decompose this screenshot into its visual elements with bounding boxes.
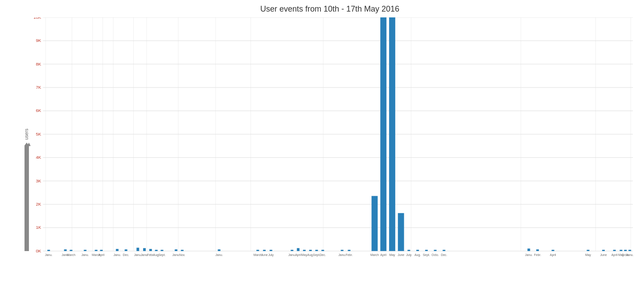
svg-text:Sept.: Sept. — [423, 253, 430, 257]
svg-text:Janu.: Janu. — [338, 253, 346, 256]
svg-text:1K: 1K — [36, 225, 41, 230]
bar — [628, 250, 631, 251]
bar — [552, 250, 554, 251]
bar-march-2016 — [372, 196, 378, 251]
bar — [116, 249, 119, 251]
bar — [416, 250, 419, 251]
svg-text:Dec.: Dec. — [441, 253, 447, 256]
svg-text:Janu.: Janu. — [45, 253, 53, 256]
svg-text:9K: 9K — [36, 38, 41, 43]
svg-text:Dec.: Dec. — [320, 253, 326, 256]
svg-text:Aug.: Aug. — [414, 253, 421, 257]
bar — [297, 248, 299, 251]
svg-text:Dec.: Dec. — [123, 253, 129, 256]
bar-june-2016 — [398, 213, 404, 251]
chart-container: User events from 10th - 17th May 2016 us… — [0, 0, 644, 293]
y-axis-arrow — [25, 143, 30, 251]
bar — [443, 250, 445, 251]
bar — [407, 250, 410, 251]
svg-text:May: May — [389, 253, 395, 257]
bar — [425, 250, 428, 251]
bar — [64, 249, 67, 251]
svg-text:7K: 7K — [36, 85, 41, 90]
bar — [536, 249, 539, 251]
svg-text:April: April — [295, 253, 301, 257]
svg-text:April: April — [380, 253, 386, 257]
bar — [348, 250, 350, 251]
svg-text:Janu.: Janu. — [82, 253, 89, 256]
bar — [291, 250, 293, 251]
bar — [321, 250, 324, 251]
svg-text:Febr.: Febr. — [346, 253, 353, 256]
svg-text:April: April — [98, 253, 105, 257]
bar — [303, 250, 306, 251]
svg-text:Janu.: Janu. — [525, 253, 533, 256]
bar — [161, 250, 164, 251]
svg-text:March: March — [370, 253, 379, 256]
svg-text:Nov.: Nov. — [179, 253, 185, 256]
bar — [84, 250, 86, 251]
bar — [95, 250, 98, 251]
svg-text:10K: 10K — [33, 17, 41, 20]
bar — [315, 250, 318, 251]
svg-text:5K: 5K — [36, 132, 41, 136]
bar — [100, 250, 103, 251]
svg-text:April: April — [550, 253, 556, 257]
bar — [143, 248, 146, 251]
chart-area: users 0K 1K 2K 3K 4K 5K 6K — [25, 17, 635, 264]
svg-text:Octo.: Octo. — [431, 253, 439, 256]
svg-text:July: July — [406, 253, 412, 257]
bar — [270, 250, 272, 251]
bar — [149, 249, 152, 251]
bar — [218, 249, 221, 251]
svg-text:Sept.: Sept. — [158, 253, 165, 257]
svg-text:0K: 0K — [36, 248, 41, 253]
bar — [309, 250, 312, 251]
chart-title: User events from 10th - 17th May 2016 — [25, 4, 635, 14]
svg-text:4K: 4K — [36, 155, 41, 160]
bar — [263, 250, 266, 251]
bar — [155, 250, 158, 251]
svg-text:May: May — [301, 253, 308, 257]
svg-text:Janu.: Janu. — [114, 253, 121, 256]
bar — [434, 250, 437, 251]
svg-text:3K: 3K — [36, 178, 41, 183]
bar — [620, 250, 623, 251]
bar — [587, 250, 590, 251]
y-axis-label: users — [25, 128, 29, 140]
bar — [175, 249, 177, 251]
svg-text:June: June — [398, 253, 404, 256]
bar — [256, 250, 259, 251]
bar — [47, 250, 50, 251]
svg-text:June: June — [600, 253, 607, 256]
svg-text:April: April — [611, 253, 618, 257]
svg-text:March: March — [67, 253, 75, 256]
svg-text:2K: 2K — [36, 202, 41, 206]
svg-text:June: June — [261, 253, 268, 256]
bar-may-2016 — [389, 17, 395, 251]
bar — [181, 250, 184, 251]
bar — [341, 250, 344, 251]
bar — [125, 249, 127, 251]
svg-text:8K: 8K — [36, 62, 41, 66]
bar — [624, 250, 627, 251]
svg-text:July: July — [268, 253, 274, 257]
svg-text:Febr.: Febr. — [534, 253, 541, 256]
svg-text:Janu.: Janu. — [626, 253, 634, 256]
bar — [602, 250, 605, 251]
bar — [70, 250, 73, 251]
svg-text:6K: 6K — [36, 108, 41, 113]
svg-text:May: May — [585, 253, 591, 257]
svg-text:Janu.: Janu. — [215, 253, 223, 256]
bar-april-2016 — [380, 17, 386, 251]
main-chart-svg: users 0K 1K 2K 3K 4K 5K 6K — [25, 17, 635, 264]
bar — [528, 248, 530, 251]
bar — [136, 248, 139, 251]
bar — [613, 250, 616, 251]
